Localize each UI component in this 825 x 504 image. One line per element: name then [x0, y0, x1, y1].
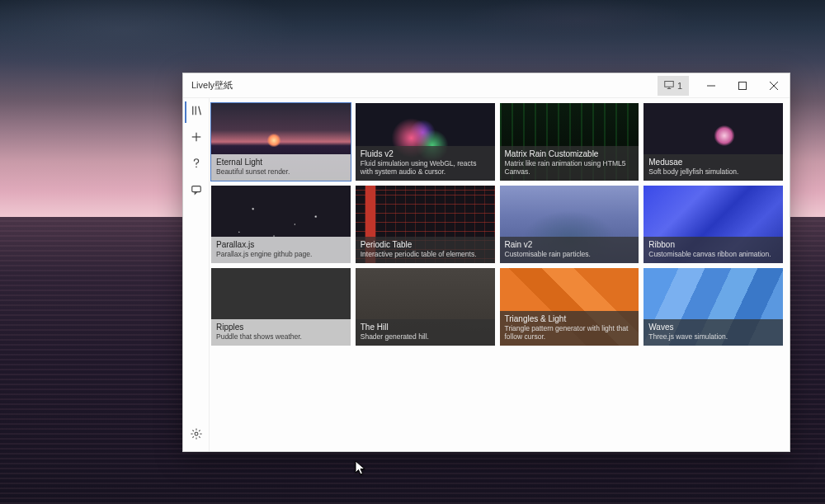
- wallpaper-description: Fluid simulation using WebGL, reacts wit…: [361, 160, 490, 177]
- wallpaper-title: Rain v2: [505, 240, 634, 250]
- wallpaper-info: MedusaeSoft body jellyfish simulation.: [644, 154, 783, 181]
- wallpaper-description: Shader generated hill.: [361, 333, 490, 341]
- gear-icon: [191, 428, 202, 443]
- wallpaper-info: Triangles & LightTriangle pattern genera…: [500, 311, 639, 346]
- svg-rect-13: [191, 186, 200, 192]
- wallpaper-info: RipplesPuddle that shows weather.: [211, 319, 351, 346]
- svg-point-14: [195, 432, 198, 436]
- wallpaper-description: Puddle that shows weather.: [216, 333, 346, 341]
- close-button[interactable]: [758, 73, 790, 98]
- wallpaper-title: Eternal Light: [216, 158, 346, 167]
- wallpaper-title: Medusae: [648, 158, 778, 167]
- maximize-button[interactable]: [727, 73, 758, 98]
- svg-point-12: [196, 167, 197, 168]
- wallpaper-card[interactable]: Triangles & LightTriangle pattern genera…: [500, 268, 639, 346]
- wallpaper-card[interactable]: Parallax.jsParallax.js engine github pag…: [211, 186, 351, 263]
- sidebar-item-settings[interactable]: [185, 425, 208, 446]
- wallpaper-card[interactable]: Periodic TableInteractive periodic table…: [356, 186, 495, 263]
- svg-rect-0: [665, 81, 674, 87]
- wallpaper-card[interactable]: MedusaeSoft body jellyfish simulation.: [644, 103, 783, 181]
- titlebar[interactable]: Lively壁紙 1: [183, 73, 790, 98]
- wallpaper-info: RibbonCustomisable canvas ribbon animati…: [644, 237, 783, 263]
- window-title: Lively壁紙: [191, 79, 233, 92]
- wallpaper-card[interactable]: WavesThree.js wave simulation.: [644, 268, 783, 346]
- wallpaper-card[interactable]: The HillShader generated hill.: [356, 268, 495, 346]
- wallpaper-title: Triangles & Light: [505, 314, 634, 324]
- wallpaper-description: Customisable rain particles.: [505, 251, 634, 259]
- wallpaper-title: Matrix Rain Customizable: [505, 149, 634, 159]
- minimize-button[interactable]: [695, 73, 727, 98]
- wallpaper-card[interactable]: Eternal LightBeautiful sunset render.: [211, 103, 351, 181]
- wallpaper-card[interactable]: RipplesPuddle that shows weather.: [211, 268, 351, 346]
- app-window: Lively壁紙 1: [182, 73, 790, 452]
- monitor-select-button[interactable]: 1: [658, 76, 689, 96]
- wallpaper-description: Parallax.js engine github page.: [216, 251, 346, 259]
- wallpaper-info: Eternal LightBeautiful sunset render.: [211, 154, 351, 181]
- feedback-icon: [191, 184, 202, 199]
- wallpaper-card[interactable]: Matrix Rain CustomizableMatrix like rain…: [500, 103, 639, 181]
- svg-line-9: [198, 106, 200, 115]
- wallpaper-description: Triangle pattern generator with light th…: [505, 325, 634, 341]
- wallpaper-info: Rain v2Customisable rain particles.: [500, 237, 639, 263]
- wallpaper-info: Fluids v2Fluid simulation using WebGL, r…: [356, 146, 495, 181]
- sidebar-item-help[interactable]: [185, 154, 208, 176]
- svg-line-19: [192, 430, 194, 431]
- sidebar: [183, 98, 210, 451]
- monitor-count: 1: [677, 81, 682, 91]
- wallpaper-description: Customisable canvas ribbon animation.: [648, 251, 778, 259]
- wallpaper-info: WavesThree.js wave simulation.: [644, 319, 783, 346]
- wallpaper-info: Periodic TableInteractive periodic table…: [356, 237, 495, 263]
- wallpaper-card[interactable]: RibbonCustomisable canvas ribbon animati…: [644, 186, 783, 263]
- wallpaper-title: Fluids v2: [361, 149, 490, 159]
- wallpaper-info: Parallax.jsParallax.js engine github pag…: [211, 237, 351, 263]
- svg-rect-4: [739, 82, 747, 89]
- monitor-icon: [664, 80, 674, 92]
- wallpaper-card[interactable]: Fluids v2Fluid simulation using WebGL, r…: [356, 103, 495, 181]
- wallpaper-title: The Hill: [361, 323, 490, 332]
- wallpaper-description: Beautiful sunset render.: [216, 168, 346, 177]
- sidebar-item-feedback[interactable]: [185, 181, 208, 202]
- sidebar-item-library[interactable]: [185, 101, 208, 123]
- wallpaper-card[interactable]: Rain v2Customisable rain particles.: [500, 186, 639, 263]
- wallpaper-library: Eternal LightBeautiful sunset render.Flu…: [210, 98, 790, 451]
- wallpaper-info: The HillShader generated hill.: [356, 319, 495, 346]
- wallpaper-title: Periodic Table: [361, 240, 490, 250]
- plus-icon: [191, 131, 202, 146]
- wallpaper-description: Interactive periodic table of elements.: [361, 251, 490, 259]
- wallpaper-description: Matrix like rain animation using HTML5 C…: [505, 160, 634, 177]
- svg-line-21: [199, 430, 200, 431]
- wallpaper-info: Matrix Rain CustomizableMatrix like rain…: [500, 146, 639, 181]
- mouse-cursor: [355, 460, 366, 477]
- sidebar-item-add[interactable]: [185, 128, 208, 149]
- wallpaper-description: Soft body jellyfish simulation.: [648, 168, 778, 177]
- svg-line-22: [192, 436, 194, 438]
- wallpaper-title: Parallax.js: [216, 240, 346, 250]
- svg-line-20: [199, 436, 200, 438]
- wallpaper-description: Three.js wave simulation.: [648, 333, 778, 341]
- library-icon: [191, 105, 203, 120]
- help-icon: [191, 158, 202, 172]
- wallpaper-title: Ribbon: [648, 240, 778, 250]
- wallpaper-title: Waves: [648, 323, 778, 332]
- wallpaper-title: Ripples: [216, 323, 346, 332]
